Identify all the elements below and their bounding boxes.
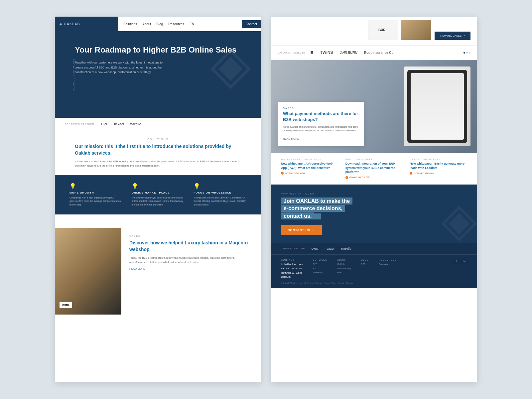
contact-title-2: e-commerce decisions, bbox=[281, 205, 345, 212]
tablet-screen bbox=[411, 73, 464, 140]
sol-card-1-dl[interactable]: ↓ DOWNLOAD NOW bbox=[345, 176, 403, 179]
footer-partners: CERTIFIED PARTNER ORO =exact Marello bbox=[271, 243, 477, 254]
feature-wholesale: 💡 FOCUS ON WHOLESALE Wholesalers without… bbox=[189, 183, 251, 207]
nav-resources[interactable]: Resources bbox=[168, 22, 184, 26]
featured-title: What payment methods are there for B2B w… bbox=[283, 111, 359, 123]
logo-text: OAKLAB bbox=[64, 22, 80, 26]
footer-partner-exact: =exact bbox=[325, 247, 334, 250]
footer-services-col: SERVICES B2B B2C Marketing bbox=[313, 259, 327, 279]
footer-services-title: SERVICES bbox=[313, 259, 327, 261]
footer-links: CONTACT hello@oaklab.com+32 487 23 56 78… bbox=[271, 254, 477, 288]
sol-card-1-tag: ERP · SOLUTIONS bbox=[345, 158, 403, 160]
sol-card-0: WHITEPAPER · SOLUTIONS New whitepaper: A… bbox=[278, 158, 342, 179]
nav-solutions[interactable]: Solutions bbox=[123, 22, 137, 26]
case-title: Discover how we helped Luxury fashion in… bbox=[129, 240, 253, 253]
footer-blog-title: BLOG bbox=[361, 259, 369, 261]
featured-overlay: CASES What payment methods are there for… bbox=[278, 102, 364, 146]
partner-exact: =exact bbox=[114, 122, 124, 126]
footer-about-col: ABOUT Oaklab We are hiring B2B bbox=[337, 259, 351, 279]
dl-label-1: DOWNLOAD NOW bbox=[349, 176, 370, 179]
hero-side-text: SCROLL FOR MORE bbox=[72, 58, 75, 90]
sol-card-2-tag: LEADS · SOLUTIONS bbox=[410, 158, 467, 160]
get-in-touch-text: GET IN TOUCH bbox=[290, 193, 315, 195]
featured-tag: CASES bbox=[283, 107, 359, 109]
view-all-right-label: VIEW ALL CASES bbox=[440, 34, 462, 37]
arrow-icon: + bbox=[93, 220, 94, 223]
contact-title-1: Join OAKLAB to make the bbox=[281, 198, 352, 204]
view-all-cases-button[interactable]: VIEW ALL CASES + bbox=[65, 218, 98, 225]
solutions-cards: WHITEPAPER · SOLUTIONS New whitepaper: A… bbox=[271, 153, 477, 185]
feature-wholesale-desc: Wholesalers without self-service in Comm… bbox=[194, 196, 246, 207]
sol-card-2-title: New whitepaper: Easily generate more lea… bbox=[410, 162, 467, 170]
partners-bar: CERTIFIED PARTNER ORO =exact Marello bbox=[55, 118, 261, 131]
footer-cert-label: CERTIFIED PARTNER bbox=[281, 247, 305, 250]
wholesale-icon: 💡 bbox=[194, 183, 246, 189]
contact-us-button[interactable]: CONTACT US + bbox=[281, 225, 322, 235]
case-brand-overlay: GXRL bbox=[60, 302, 72, 308]
nav-blog[interactable]: Blog bbox=[156, 22, 163, 26]
featured-case: CASES What payment methods are there for… bbox=[271, 60, 477, 153]
footer-contact-col: CONTACT hello@oaklab.com+32 487 23 56 78… bbox=[281, 259, 303, 279]
footer-about-hiring: We are hiring bbox=[337, 267, 351, 271]
sol-card-2: LEADS · SOLUTIONS New whitepaper: Easily… bbox=[406, 158, 470, 179]
solutions-title: Our mission: this it the first title to … bbox=[75, 143, 241, 156]
solutions-description: e-Commerce is the future of the B2B indu… bbox=[75, 160, 241, 168]
case-brand: GXRL bbox=[60, 302, 72, 308]
sol-card-0-dl[interactable]: ↓ DOWNLOAD NOW bbox=[281, 172, 338, 175]
contact-btn-label: CONTACT US bbox=[288, 228, 310, 232]
right-panel: GXRL VIEW ALL CASES + OAKLAB IS TRUSTED … bbox=[271, 17, 477, 382]
case-content: CASES Discover how we helped Luxury fash… bbox=[121, 228, 261, 315]
feature-marketplace-desc: The average B2B buyer does a significant… bbox=[132, 196, 185, 207]
logo-icon: ◈ bbox=[60, 22, 63, 26]
dot-1 bbox=[464, 52, 465, 54]
facebook-icon[interactable]: f bbox=[454, 259, 459, 264]
dl-label-0: DOWNLOAD NOW bbox=[285, 172, 305, 175]
trusted-logo-root: Root Insurance Co bbox=[364, 51, 394, 55]
footer-service-b2c: B2C bbox=[313, 267, 327, 271]
hero-description: Together with our customers we work with… bbox=[75, 60, 168, 74]
feature-growth: 💡 MORE GROWTH Companies with a high digi… bbox=[65, 183, 127, 207]
footer-bottom: © Oaklab All rights reserved · Terms of … bbox=[281, 282, 467, 284]
nav-logo[interactable]: ◈ OAKLAB bbox=[55, 17, 118, 31]
top-cases: GXRL VIEW ALL CASES + bbox=[271, 17, 477, 45]
dl-label-2: DOWNLOAD NOW bbox=[414, 172, 434, 175]
tablet-mockup bbox=[407, 70, 467, 143]
linkedin-icon[interactable]: in bbox=[462, 259, 467, 264]
nav-links: Solutions About Blog Resources EN bbox=[118, 22, 242, 26]
contact-line bbox=[281, 194, 288, 194]
dl-icon-2: ↓ bbox=[410, 172, 412, 175]
footer-social-col: f in bbox=[407, 259, 467, 279]
nav-contact-button[interactable]: Contact bbox=[242, 20, 261, 28]
nav-lang[interactable]: EN bbox=[190, 22, 194, 26]
case-thumb-photo bbox=[401, 20, 431, 40]
contact-title: Join OAKLAB to make the e-commerce decis… bbox=[281, 198, 467, 220]
featured-device bbox=[404, 66, 470, 146]
sol-card-2-dl[interactable]: ↓ DOWNLOAD NOW bbox=[410, 172, 467, 175]
contact-highlight bbox=[314, 213, 321, 219]
sol-card-1: ERP · SOLUTIONS Download: integration of… bbox=[342, 158, 407, 179]
sol-card-1-title: Download: integration of your ERP system… bbox=[345, 162, 403, 174]
read-more-link[interactable]: READ MORE bbox=[129, 267, 253, 270]
partner-oro: ORO bbox=[101, 122, 109, 126]
footer-blog-col: BLOG B2B bbox=[361, 259, 369, 279]
trusted-logo-hilburn: J.HILBURN bbox=[339, 51, 357, 55]
featured-read-more[interactable]: READ MORE bbox=[283, 137, 299, 140]
footer-blog-b2b: B2B bbox=[361, 262, 369, 267]
trusted-label: OAKLAB IS TRUSTED BY bbox=[278, 52, 305, 54]
plus-icon: + bbox=[464, 34, 465, 37]
dl-icon-0: ↓ bbox=[281, 172, 284, 175]
footer-partner-marello: Marello bbox=[341, 247, 351, 250]
trusted-by-bar: OAKLAB IS TRUSTED BY ⬛ TWINS J.HILBURN R… bbox=[271, 45, 477, 60]
sol-card-0-tag: WHITEPAPER · SOLUTIONS bbox=[281, 158, 338, 160]
trusted-logo-placeholder: ⬛ bbox=[311, 51, 314, 54]
trusted-logos: ⬛ TWINS J.HILBURN Root Insurance Co bbox=[311, 50, 458, 55]
footer-contact-info: CONTACT hello@oaklab.com+32 487 23 56 78… bbox=[281, 259, 467, 279]
case-image: GXRL bbox=[55, 228, 121, 315]
contact-arrow-icon: + bbox=[313, 228, 315, 232]
footer-resources-title: RESOURCES bbox=[379, 259, 396, 261]
view-all-cases-right-button[interactable]: VIEW ALL CASES + bbox=[435, 32, 470, 40]
partner-logos: ORO =exact Marello bbox=[101, 122, 141, 126]
footer-partner-oro: ORO bbox=[312, 247, 319, 250]
nav-about[interactable]: About bbox=[142, 22, 151, 26]
dot-3 bbox=[469, 52, 470, 54]
